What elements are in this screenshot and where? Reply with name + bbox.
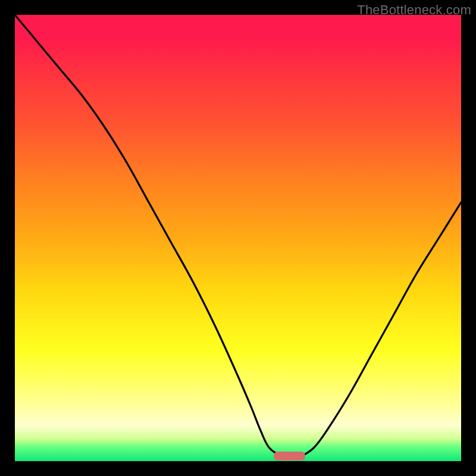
plot-area — [15, 15, 461, 461]
optimum-marker — [274, 452, 305, 461]
chart-frame: TheBottleneck.com — [0, 0, 476, 476]
bottleneck-curve — [15, 15, 461, 461]
